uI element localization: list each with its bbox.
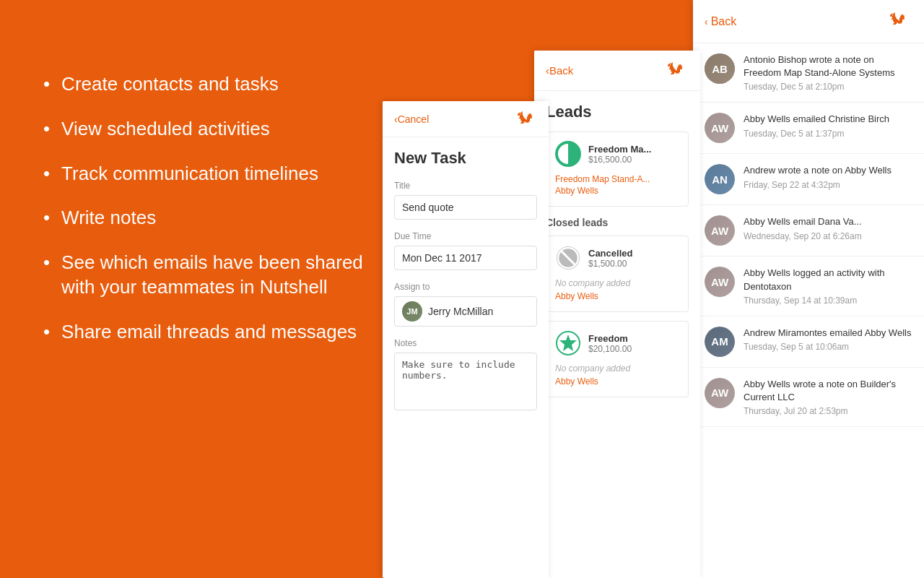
avatar-andrew: AN <box>705 164 735 194</box>
assign-field-label: Assign to <box>394 282 537 292</box>
activity-item-6: AM Andrew Miramontes emailed Abby Wells … <box>693 316 924 368</box>
lead-card-header-2: Cancelled $1,500.00 <box>555 245 679 271</box>
notes-field-label: Notes <box>394 338 537 348</box>
activity-text-6: Andrew Miramontes emailed Abby Wells Tue… <box>744 327 912 352</box>
activity-panel: ‹ Back 🐿 AB Antonio Bishop wrote a note … <box>693 0 924 578</box>
feature-item-4: Write notes <box>43 206 390 230</box>
task-panel-title: New Task <box>394 149 537 168</box>
feature-item-6: Share email threads and messages <box>43 320 390 345</box>
avatar-antonio: AB <box>705 53 735 84</box>
activity-text-4: Abby Wells email Dana Va... Wednesday, S… <box>744 215 912 241</box>
activity-item-1: AB Antonio Bishop wrote a note on Freedo… <box>693 43 924 103</box>
avatar-abby-2: AW <box>705 215 735 246</box>
feature-item-5: See which emails have been shared with y… <box>43 251 390 300</box>
lead-info-3: Freedom $20,100.00 <box>588 333 632 354</box>
activity-item-4: AW Abby Wells email Dana Va... Wednesday… <box>693 205 924 256</box>
lead-info-2: Cancelled $1,500.00 <box>588 248 632 269</box>
lead-card-3: Freedom $20,100.00 No company added Abby… <box>546 321 689 397</box>
activity-text-2: Abby Wells emailed Christine Birch Tuesd… <box>744 113 912 138</box>
lead-card-header-3: Freedom $20,100.00 <box>555 330 679 356</box>
title-field-label: Title <box>394 181 537 191</box>
lead-links-3: No company added Abby Wells <box>555 363 679 387</box>
activity-list: AB Antonio Bishop wrote a note on Freedo… <box>693 43 924 578</box>
avatar-abby-4: AW <box>705 378 735 408</box>
activity-item-3: AN Andrew wrote a note on Abby Wells Fri… <box>693 154 924 205</box>
activity-text-3: Andrew wrote a note on Abby Wells Friday… <box>744 164 912 189</box>
activity-item-2: AW Abby Wells emailed Christine Birch Tu… <box>693 103 924 154</box>
feature-list: Create contacts and tasks View scheduled… <box>43 72 390 365</box>
closed-leads-title: Closed leads <box>546 217 689 228</box>
avatar-andrew-m: AM <box>705 327 735 357</box>
due-time-input[interactable] <box>394 246 537 270</box>
notes-textarea[interactable]: Make sure to include numbers. <box>394 353 537 410</box>
due-time-field-label: Due Time <box>394 231 537 241</box>
cancel-button[interactable]: ‹ Cancel <box>394 113 429 125</box>
activity-text-1: Antonio Bishop wrote a note on Freedom M… <box>744 53 912 92</box>
activity-panel-header: ‹ Back 🐿 <box>693 0 924 43</box>
nutshell-logo: 🐿 <box>889 10 912 33</box>
activity-text-5: Abby Wells logged an activity with Dento… <box>744 267 912 305</box>
lead-icon-1 <box>555 141 581 167</box>
lead-links-2: No company added Abby Wells <box>555 278 679 301</box>
lead-card-1: Freedom Ma... $16,500.00 Freedom Map Sta… <box>546 131 689 207</box>
nutshell-logo-leads: 🐿 <box>667 60 689 82</box>
lead-links-1: Freedom Map Stand-A... Abby Wells <box>555 174 679 196</box>
lead-icon-cancelled <box>555 245 581 271</box>
lead-link-contact[interactable]: Abby Wells <box>555 186 679 196</box>
avatar-abby-3: AW <box>705 267 735 297</box>
chevron-left-icon: ‹ <box>705 16 708 27</box>
lead-card-2: Cancelled $1,500.00 No company added Abb… <box>546 236 689 312</box>
activity-item-5: AW Abby Wells logged an activity with De… <box>693 256 924 316</box>
lead-card-header-1: Freedom Ma... $16,500.00 <box>555 141 679 167</box>
task-panel-header: ‹ Cancel 🐿 <box>383 101 549 137</box>
feature-item-1: Create contacts and tasks <box>43 72 390 97</box>
lead-link-abby-freedom[interactable]: Abby Wells <box>555 376 679 387</box>
activity-text-7: Abby Wells wrote a note on Builder's Cur… <box>744 378 912 416</box>
lead-link-company[interactable]: Freedom Map Stand-A... <box>555 174 679 184</box>
lead-info-1: Freedom Ma... $16,500.00 <box>588 144 651 165</box>
title-input[interactable] <box>394 195 537 220</box>
task-content: New Task Title Due Time Assign to JM Jer… <box>383 137 549 425</box>
leads-panel-header: ‹ Back 🐿 <box>534 51 700 91</box>
nutshell-logo-task: 🐿 <box>517 109 537 129</box>
lead-icon-star <box>555 330 581 356</box>
feature-item-3: Track communication timelines <box>43 162 390 186</box>
lead-link-abby-cancelled[interactable]: Abby Wells <box>555 291 679 301</box>
assign-field[interactable]: JM Jerry McMillan <box>394 296 537 327</box>
avatar-abby-wells: AW <box>705 113 735 143</box>
feature-item-2: View scheduled activities <box>43 117 390 142</box>
leads-panel: ‹ Back 🐿 Leads Freedom Ma... $16,500.00 <box>534 51 700 578</box>
task-panel: ‹ Cancel 🐿 New Task Title Due Time Assig… <box>383 101 549 578</box>
assign-name-text: Jerry McMillan <box>428 306 493 317</box>
activity-item-7: AW Abby Wells wrote a note on Builder's … <box>693 368 924 427</box>
activity-back-button[interactable]: ‹ Back <box>705 15 736 28</box>
leads-content: Leads Freedom Ma... $16,500.00 Freedom M… <box>534 91 700 578</box>
leads-title: Leads <box>546 103 689 121</box>
leads-back-button[interactable]: ‹ Back <box>546 64 573 77</box>
jerry-avatar: JM <box>402 301 422 322</box>
